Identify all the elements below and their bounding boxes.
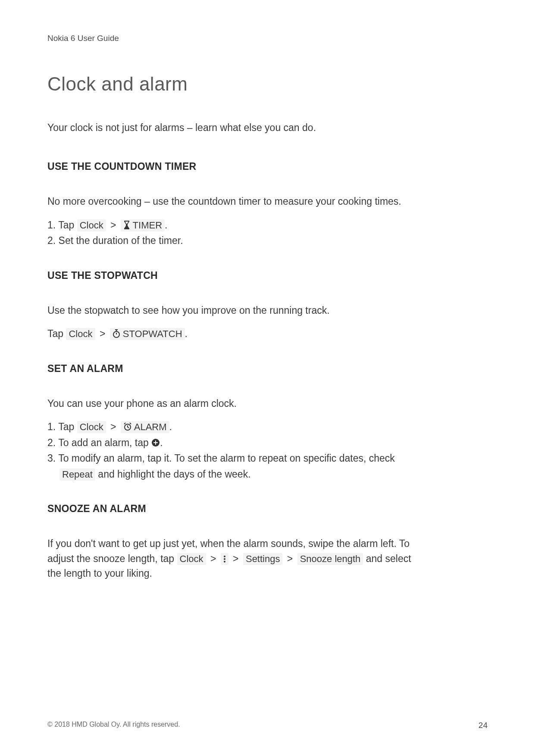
- alarm-icon: [123, 422, 132, 431]
- more-vert-icon: [223, 555, 226, 563]
- page: Nokia 6 User Guide Clock and alarm Your …: [0, 0, 535, 756]
- snooze-line-2: adjust the snooze length, tap Clock > > …: [47, 551, 488, 566]
- stopwatch-line: Tap Clock > STOPWATCH.: [47, 326, 488, 341]
- alarm-step-2: 2. To add an alarm, tap .: [47, 435, 488, 450]
- text: Tap: [47, 328, 66, 339]
- sep: >: [106, 219, 121, 231]
- section-heading-snooze: SNOOZE AN ALARM: [47, 503, 488, 515]
- sep: >: [228, 553, 243, 564]
- ui-settings: Settings: [243, 553, 283, 565]
- snooze-line-1: If you don't want to get up just yet, wh…: [47, 536, 488, 551]
- section-heading-stopwatch: USE THE STOPWATCH: [47, 270, 488, 281]
- alarm-step-3a: 3. To modify an alarm, tap it. To set th…: [47, 451, 488, 466]
- ui-repeat: Repeat: [59, 469, 95, 481]
- text: .: [185, 328, 188, 339]
- text: .: [169, 421, 172, 432]
- timer-step-1: 1. Tap Clock > TIMER.: [47, 218, 488, 233]
- stopwatch-lead: Use the stopwatch to see how you improve…: [47, 303, 488, 318]
- alarm-step-3b: Repeat and highlight the days of the wee…: [47, 467, 488, 482]
- page-number: 24: [479, 721, 488, 730]
- timer-label: TIMER: [133, 220, 162, 231]
- doc-title: Nokia 6 User Guide: [47, 34, 119, 43]
- copyright: © 2018 HMD Global Oy. All rights reserve…: [47, 721, 180, 730]
- svg-rect-1: [115, 329, 118, 330]
- snooze-body: If you don't want to get up just yet, wh…: [47, 536, 488, 581]
- ui-snooze-length: Snooze length: [297, 553, 363, 565]
- hourglass-icon: [123, 221, 130, 229]
- svg-line-8: [128, 427, 129, 428]
- timer-steps: 1. Tap Clock > TIMER. 2. Set the duratio…: [47, 218, 488, 248]
- text: 2. To add an alarm, tap: [47, 437, 151, 448]
- timer-lead: No more overcooking – use the countdown …: [47, 194, 488, 209]
- doc-header: Nokia 6 User Guide: [47, 34, 488, 43]
- ui-clock: Clock: [77, 421, 106, 433]
- text: adjust the snooze length, tap: [47, 553, 177, 564]
- section-heading-timer: USE THE COUNTDOWN TIMER: [47, 161, 488, 172]
- svg-point-14: [224, 561, 225, 562]
- stopwatch-label: STOPWATCH: [123, 328, 182, 339]
- text: and select: [363, 553, 411, 564]
- page-title: Clock and alarm: [47, 73, 488, 95]
- sep: >: [95, 328, 110, 339]
- ui-more: [221, 553, 228, 565]
- text: .: [165, 219, 167, 231]
- ui-timer: TIMER: [121, 219, 165, 231]
- alarm-lead: You can use your phone as an alarm clock…: [47, 396, 488, 411]
- ui-alarm: ALARM: [121, 421, 169, 433]
- ui-clock: Clock: [77, 219, 106, 231]
- svg-point-13: [224, 558, 225, 560]
- ui-clock: Clock: [177, 553, 206, 565]
- svg-point-12: [224, 556, 225, 557]
- svg-line-5: [124, 423, 125, 424]
- sep: >: [106, 421, 121, 432]
- alarm-label: ALARM: [134, 422, 167, 432]
- ui-clock: Clock: [66, 328, 95, 340]
- svg-line-6: [130, 423, 131, 424]
- alarm-steps: 1. Tap Clock > ALARM. 2. To add an alarm…: [47, 419, 488, 481]
- stopwatch-icon: [113, 329, 120, 338]
- text: 1. Tap: [47, 421, 77, 432]
- intro-text: Your clock is not just for alarms – lear…: [47, 121, 488, 135]
- sep: >: [282, 553, 297, 564]
- text: and highlight the days of the week.: [95, 469, 251, 480]
- sep: >: [206, 553, 221, 564]
- snooze-line-3: the length to your liking.: [47, 566, 488, 581]
- section-heading-alarm: SET AN ALARM: [47, 363, 488, 375]
- text: .: [160, 437, 163, 448]
- text: 1. Tap: [47, 219, 77, 231]
- alarm-step-1: 1. Tap Clock > ALARM.: [47, 419, 488, 434]
- timer-step-2: 2. Set the duration of the timer.: [47, 233, 488, 248]
- footer: © 2018 HMD Global Oy. All rights reserve…: [47, 721, 488, 730]
- add-circle-icon: [151, 438, 160, 447]
- ui-stopwatch: STOPWATCH: [110, 328, 185, 340]
